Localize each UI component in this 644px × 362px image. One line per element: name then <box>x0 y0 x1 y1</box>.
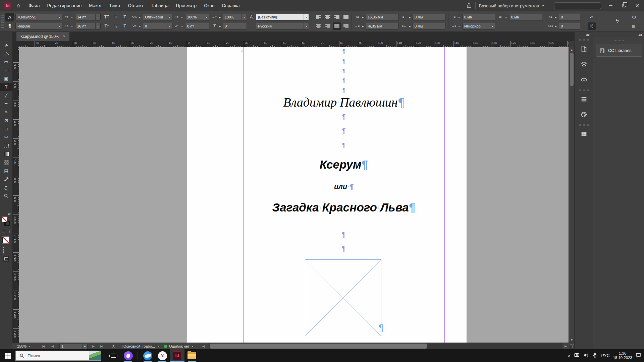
vertical-scrollbar[interactable]: ▲ ▼ <box>569 47 574 343</box>
superscript-button[interactable]: T¹ <box>112 13 120 21</box>
vertical-ruler[interactable]: 2 03 04 05 06 07 08 09 01 0 01 1 01 2 01… <box>12 47 19 343</box>
language-indicator[interactable]: РУС <box>601 353 609 358</box>
vertical-scale-combo[interactable]: 100%▾ <box>185 14 209 20</box>
baseline-shift-field[interactable]: 0 пт <box>185 23 209 29</box>
next-page-button[interactable]: ▶ <box>92 343 94 350</box>
swatches-panel-icon[interactable] <box>575 126 593 142</box>
align-center-button[interactable] <box>324 13 332 21</box>
right-indent-field[interactable]: 0 мм <box>413 14 445 20</box>
numbered-list-button[interactable]: 1≡ 2≡ <box>588 22 596 30</box>
horizontal-scale-stepper[interactable]: ▴▾ <box>218 16 222 18</box>
zoom-tool[interactable] <box>0 192 12 200</box>
space-before-stepper[interactable]: ▴▾ <box>458 16 461 18</box>
taskbar-item-thunderbird[interactable] <box>140 349 155 362</box>
microphone-icon[interactable] <box>592 352 598 359</box>
hidden-icons-chevron[interactable]: ∧ <box>568 353 571 358</box>
pen-tool[interactable]: ✒ <box>0 100 12 108</box>
frame-tool[interactable]: ⊠ <box>0 116 12 125</box>
view-options-icon[interactable] <box>3 247 4 253</box>
screen-mode-button[interactable] <box>3 256 9 262</box>
scissors-tool[interactable]: ✂ <box>0 133 12 141</box>
all-caps-button[interactable]: TT <box>103 13 111 21</box>
align-right-button[interactable] <box>333 13 341 21</box>
taskbar-item-explorer[interactable] <box>184 349 199 362</box>
last-line-indent-field[interactable]: 0 мм <box>413 23 445 29</box>
note-tool[interactable]: ▤ <box>0 167 12 175</box>
paragraph-formatting-button[interactable]: ¶ <box>5 21 14 30</box>
collapse-dock-icon[interactable]: ◀◀ <box>585 33 589 37</box>
skew-field[interactable]: 0° <box>223 23 247 29</box>
hand-tool[interactable] <box>0 183 12 192</box>
scroll-down-icon[interactable]: ▼ <box>569 338 575 342</box>
tracking-stepper[interactable]: ▴▾ <box>139 25 142 27</box>
taskbar-item-alice[interactable] <box>121 349 136 362</box>
scroll-left-icon[interactable]: ◀ <box>202 343 204 350</box>
ruler-origin-corner[interactable] <box>12 41 19 47</box>
menu-item[interactable]: Просмотр <box>172 0 200 11</box>
line-tool[interactable]: ╱ <box>0 91 12 100</box>
character-style-combo[interactable]: [Без стиля]▾ <box>256 14 309 20</box>
taskbar-search-input[interactable]: Поиск <box>15 351 101 361</box>
tab-close-icon[interactable]: ✕ <box>63 35 65 38</box>
space-after-stepper[interactable]: ▴▾ <box>505 16 508 18</box>
rectangle-tool[interactable]: □ <box>0 125 12 133</box>
content-collector-tool[interactable]: ▣ <box>0 74 12 83</box>
share-icon[interactable] <box>466 2 472 9</box>
menu-item[interactable]: Текст <box>106 0 124 11</box>
scroll-right-icon[interactable]: ▶ <box>565 343 567 350</box>
justify-last-left-button[interactable] <box>342 13 350 21</box>
preflight-icon[interactable] <box>112 343 115 350</box>
taskbar-item-indesign[interactable]: Id <box>170 349 184 362</box>
workspace-switcher[interactable]: Базовый набор инструментов <box>479 3 544 8</box>
collapse-panel-icon[interactable]: ◀◀ <box>638 33 641 37</box>
underline-button[interactable]: T <box>121 13 129 21</box>
preflight-profile-combo[interactable]: [Основной] (рабо...▼ <box>122 343 159 350</box>
strikethrough-button[interactable]: Ŧ <box>121 22 129 30</box>
kerning-combo[interactable]: Оптически▾ <box>143 14 172 20</box>
horizontal-scroll-thumb[interactable] <box>210 344 427 349</box>
subscript-button[interactable]: T₁ <box>112 22 120 30</box>
clock[interactable]: 1:36 18.10.2023 <box>613 351 632 360</box>
drop-cap-chars-field[interactable]: 0 <box>559 23 580 29</box>
apply-none-button[interactable] <box>2 237 9 243</box>
kerning-stepper[interactable]: ▴▾ <box>139 16 142 18</box>
menu-item[interactable]: Справка <box>218 0 244 11</box>
task-view-button[interactable] <box>106 349 121 362</box>
tracking-combo[interactable]: 0▾ <box>143 23 172 29</box>
document-canvas[interactable]: # ¶ ¶ ¶ ¶ ¶ Владимир·Павлюшин¶ ¶ ¶ ¶ Ксе… <box>19 47 569 343</box>
subtitle-line[interactable]: Загадка·Красного·Льва¶ <box>272 201 416 214</box>
space-after-field[interactable]: 0 мм <box>509 14 542 20</box>
font-style-combo[interactable]: Regular▾ <box>15 22 62 30</box>
pencil-tool[interactable]: ✎ <box>0 108 12 116</box>
justify-all-button[interactable] <box>333 22 341 30</box>
empty-graphics-frame[interactable] <box>305 259 381 338</box>
stroke-panel-icon[interactable] <box>575 92 593 107</box>
type-tool[interactable]: T <box>0 83 12 91</box>
document-tab[interactable]: Ксерум.indd @ 150% ✕ <box>16 32 69 41</box>
minimize-button[interactable] <box>604 0 617 11</box>
page-tool[interactable]: ▭ <box>0 58 12 66</box>
menu-item[interactable]: Файл <box>25 0 43 11</box>
cc-libraries-tab[interactable]: CC Libraries <box>596 45 642 57</box>
selection-tool[interactable]: ➤ <box>0 41 12 49</box>
first-line-indent-field[interactable]: -6,35 мм <box>366 23 398 29</box>
left-indent-field[interactable]: 16,35 мм <box>366 14 398 20</box>
page-number-combo[interactable]: 1▾ <box>59 343 88 350</box>
drop-cap-lines-stepper[interactable]: ▴▾ <box>554 16 558 18</box>
align-to-grid-combo[interactable]: Игнориро▾ <box>462 23 495 29</box>
layers-panel-icon[interactable] <box>575 57 593 72</box>
menu-item[interactable]: Редактирование <box>43 0 85 11</box>
drop-cap-lines-field[interactable]: 0 <box>559 14 580 20</box>
panel-grip[interactable] <box>1 15 4 28</box>
left-indent-stepper[interactable]: ▴▾ <box>361 16 365 18</box>
direct-selection-tool[interactable]: ▷ <box>0 49 12 58</box>
menu-item[interactable]: Макет <box>85 0 105 11</box>
justify-last-center-button[interactable] <box>315 22 323 30</box>
display-tray-icon[interactable] <box>574 352 580 359</box>
menu-item[interactable]: Окно <box>200 0 218 11</box>
font-family-combo[interactable]: NewtonC▾ <box>15 13 62 21</box>
gradient-feather-tool[interactable] <box>0 158 12 167</box>
horizontal-ruler[interactable]: 8070605040302010010203040506070809010011… <box>19 41 569 47</box>
gap-tool[interactable]: ↔ <box>0 66 12 74</box>
previous-page-button[interactable]: ◀ <box>51 343 53 350</box>
